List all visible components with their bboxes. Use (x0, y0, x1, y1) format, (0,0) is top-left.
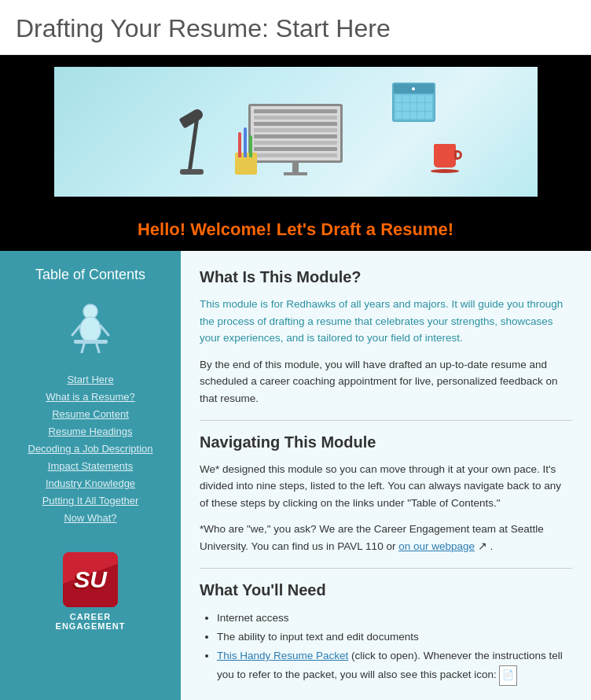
lamp-decoration (176, 100, 223, 175)
section1-p1: This module is for Redhawks of all years… (200, 296, 572, 347)
nav-item-putting-together[interactable]: Putting It All Together (8, 494, 173, 507)
su-logo-text: SU (74, 566, 107, 593)
nav-item-resume-content[interactable]: Resume Content (8, 407, 173, 420)
toc-title: Table of Contents (35, 267, 145, 283)
section2-heading: Navigating This Module (200, 433, 572, 451)
needs-list: Internet access The ability to input tex… (217, 609, 572, 686)
calendar-decoration (392, 83, 435, 122)
monitor-decoration (248, 104, 343, 175)
nav-item-what-is-resume[interactable]: What is a Resume? (8, 390, 173, 403)
page-title: Drafting Your Resume: Start Here (0, 0, 591, 55)
career-engagement-label: CAREERENGAGEMENT (56, 612, 126, 631)
nav-item-start-here[interactable]: Start Here (8, 373, 173, 385)
nav-item-resume-headings[interactable]: Resume Headings (8, 425, 173, 437)
su-logo-badge: SU (63, 552, 118, 607)
resume-packet-link[interactable]: This Handy Resume Packet (217, 650, 348, 661)
nav-item-impact-statements[interactable]: Impact Statements (8, 459, 173, 472)
nav-item-industry-knowledge[interactable]: Industry Knowledge (8, 477, 173, 489)
section1-heading: What Is This Module? (200, 268, 572, 286)
webpage-link[interactable]: on our webpage (398, 540, 475, 552)
content-area: What Is This Module? This module is for … (181, 251, 591, 700)
section2-note: *Who are "we," you ask? We are the Caree… (200, 521, 572, 554)
pencils-decoration (235, 135, 257, 175)
section3-heading: What You'll Need (200, 581, 572, 599)
section2-p1: We* designed this module so you can move… (200, 461, 572, 512)
need-item-3: This Handy Resume Packet (click to open)… (217, 647, 572, 686)
main-layout: Table of Contents Start Here (0, 251, 591, 700)
welcome-text-white: Hello! Welcome! (138, 219, 277, 239)
sidebar-nav: Start Here What is a Resume? Resume Cont… (8, 368, 173, 529)
svg-point-1 (80, 317, 101, 342)
hero-image: ~ (0, 55, 591, 208)
coffee-cup-decoration: ~ (434, 144, 459, 173)
packet-subtext: (click to open) (351, 650, 417, 661)
section1-p2: By the end of this module, you will have… (200, 356, 572, 407)
person-icon (69, 302, 112, 356)
svg-rect-4 (74, 340, 108, 344)
sidebar: Table of Contents Start Here (0, 251, 181, 700)
nav-item-now-what[interactable]: Now What? (8, 511, 173, 524)
welcome-text-orange: Let's Draft a Resume! (277, 219, 453, 239)
need-item-1: Internet access (217, 609, 572, 628)
svg-line-3 (101, 326, 108, 335)
nav-item-decoding-job-description[interactable]: Decoding a Job Description (8, 442, 173, 455)
svg-line-2 (72, 326, 80, 335)
welcome-banner: Hello! Welcome! Let's Draft a Resume! (0, 208, 591, 251)
packet-icon: 📄 (499, 665, 517, 686)
sidebar-logo: SU CAREERENGAGEMENT (56, 552, 126, 631)
need-item-2: The ability to input text and edit docum… (217, 628, 572, 647)
